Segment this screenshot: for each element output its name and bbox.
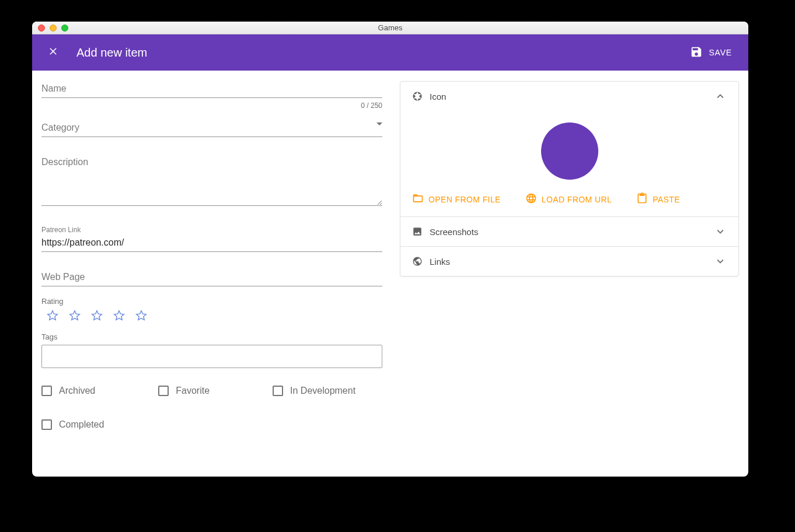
completed-checkbox[interactable]: Completed [41, 419, 104, 430]
icon-preview-wrap [412, 116, 727, 190]
tags-label: Tags [41, 332, 382, 341]
app-toolbar: Add new item SAVE [32, 34, 748, 71]
archived-label: Archived [59, 386, 95, 396]
chevron-down-icon [714, 225, 727, 238]
titlebar: Games [32, 22, 748, 34]
checkbox-icon [41, 386, 52, 396]
icon-actions: OPEN FROM FILE LOAD FROM URL PASTE [412, 190, 727, 206]
save-button-label: SAVE [709, 48, 732, 57]
name-input[interactable] [41, 81, 382, 98]
side-column: Icon OPEN FROM FILE [400, 81, 739, 466]
screenshots-panel: Screenshots [400, 217, 738, 247]
completed-label: Completed [59, 419, 104, 430]
checkbox-icon [41, 419, 52, 430]
chevron-up-icon [714, 90, 727, 103]
webpage-input[interactable] [41, 270, 382, 286]
checkbox-row-1: Archived Favorite In Development [41, 386, 382, 396]
open-from-file-button[interactable]: OPEN FROM FILE [412, 192, 501, 206]
links-panel-header[interactable]: Links [400, 247, 738, 276]
load-from-url-label: LOAD FROM URL [542, 195, 612, 204]
close-window-button[interactable] [38, 24, 45, 32]
link-globe-icon [412, 256, 423, 267]
tags-input[interactable] [41, 345, 382, 368]
webpage-field [41, 270, 382, 286]
camera-icon [412, 91, 423, 102]
name-counter: 0 / 250 [41, 102, 382, 110]
star-4[interactable] [113, 309, 125, 322]
patreon-input[interactable] [41, 235, 382, 252]
paste-icon [636, 192, 648, 206]
icon-preview[interactable] [541, 123, 598, 180]
screenshots-panel-header[interactable]: Screenshots [400, 217, 738, 246]
star-1[interactable] [46, 309, 59, 322]
rating-field: Rating [41, 297, 382, 322]
side-card: Icon OPEN FROM FILE [400, 81, 739, 276]
save-icon [690, 46, 703, 60]
in-development-label: In Development [290, 386, 355, 396]
category-field [41, 120, 382, 137]
icon-panel-body: OPEN FROM FILE LOAD FROM URL PASTE [400, 111, 738, 216]
dialog-title: Add new item [76, 46, 147, 60]
screenshots-panel-title: Screenshots [430, 227, 714, 237]
favorite-label: Favorite [176, 386, 210, 396]
folder-icon [412, 192, 424, 206]
tags-field: Tags [41, 332, 382, 368]
image-icon [412, 226, 423, 237]
icon-panel-header[interactable]: Icon [400, 82, 738, 111]
app-window: Games Add new item SAVE 0 / 250 [32, 22, 748, 477]
star-5[interactable] [135, 309, 148, 322]
name-field: 0 / 250 [41, 81, 382, 110]
icon-panel-title: Icon [430, 92, 714, 102]
content-area: 0 / 250 Patreon Link Rating [32, 71, 748, 477]
category-select[interactable] [41, 120, 382, 137]
archived-checkbox[interactable]: Archived [41, 386, 95, 396]
minimize-window-button[interactable] [50, 24, 57, 32]
load-from-url-button[interactable]: LOAD FROM URL [525, 192, 612, 206]
open-from-file-label: OPEN FROM FILE [428, 195, 501, 204]
paste-label: PASTE [653, 195, 680, 204]
save-button[interactable]: SAVE [685, 42, 737, 64]
rating-label: Rating [41, 297, 382, 306]
checkbox-row-2: Completed [41, 419, 382, 430]
zoom-window-button[interactable] [61, 24, 68, 32]
chevron-down-icon [714, 255, 727, 268]
form-column: 0 / 250 Patreon Link Rating [41, 81, 382, 466]
checkbox-icon [273, 386, 283, 396]
close-dialog-button[interactable] [46, 46, 60, 60]
patreon-field: Patreon Link [41, 226, 382, 252]
links-panel-title: Links [430, 257, 714, 267]
links-panel: Links [400, 247, 738, 276]
icon-panel: Icon OPEN FROM FILE [400, 82, 738, 217]
in-development-checkbox[interactable]: In Development [273, 386, 355, 396]
window-title: Games [32, 23, 748, 32]
globe-icon [525, 192, 537, 206]
star-3[interactable] [90, 309, 103, 322]
description-input[interactable] [41, 155, 382, 206]
paste-button[interactable]: PASTE [636, 192, 680, 206]
checkbox-icon [158, 386, 169, 396]
rating-stars [41, 309, 382, 322]
close-icon [47, 46, 59, 60]
star-2[interactable] [68, 309, 81, 322]
patreon-label: Patreon Link [41, 226, 382, 234]
window-controls [38, 24, 68, 32]
description-field [41, 155, 382, 208]
favorite-checkbox[interactable]: Favorite [158, 386, 210, 396]
